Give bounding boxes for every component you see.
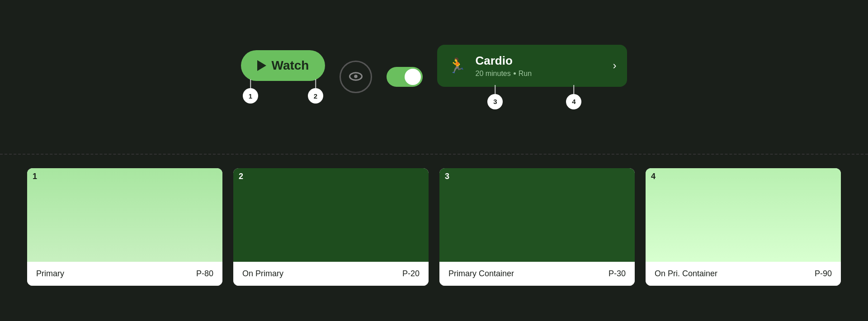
color-card-2: 2On PrimaryP-20 [233,168,429,286]
color-label-2: On Primary [242,269,283,279]
color-code-2: P-20 [402,269,420,279]
eye-icon [348,68,364,86]
toggle-switch[interactable] [387,67,423,87]
color-label-1: Primary [36,269,64,279]
cardio-type: Run [519,70,532,78]
play-icon [257,60,266,71]
card-number-4: 4 [651,172,656,181]
card-number-2: 2 [239,172,243,181]
color-label-row-1: PrimaryP-80 [27,262,222,286]
watch-indicators: 1 2 [243,88,323,104]
indicator-2: 2 [308,88,323,104]
runner-icon: 🏃 [448,58,466,73]
cardio-title: Cardio [475,54,604,68]
color-label-4: On Pri. Container [655,269,717,279]
color-swatch-4 [646,168,841,262]
bottom-section: 1PrimaryP-802On PrimaryP-203Primary Cont… [0,155,868,321]
color-card-4: 4On Pri. ContainerP-90 [646,168,841,286]
cardio-sub: 20 minutes Run [475,70,604,78]
top-interactive: Watch 1 2 [0,45,868,109]
indicator-3: 3 [487,94,503,109]
color-code-4: P-90 [815,269,832,279]
toggle-thumb [405,69,421,85]
top-section: Watch 1 2 [0,0,868,154]
card-number-3: 3 [445,172,449,181]
dot-separator [514,72,516,75]
color-label-3: Primary Container [448,269,514,279]
watch-group: Watch 1 2 [241,50,326,104]
watch-label: Watch [272,58,309,73]
color-label-row-3: Primary ContainerP-30 [439,262,635,286]
svg-point-1 [354,75,358,78]
color-card-1: 1PrimaryP-80 [27,168,222,286]
eye-button[interactable] [340,61,372,93]
color-code-1: P-80 [196,269,213,279]
color-swatch-3 [439,168,635,262]
color-label-row-4: On Pri. ContainerP-90 [646,262,841,286]
color-swatch-2 [233,168,429,262]
color-label-row-2: On PrimaryP-20 [233,262,429,286]
chevron-right-icon: › [613,59,616,72]
indicator-4: 4 [566,94,581,109]
cardio-info: Cardio 20 minutes Run [475,54,604,78]
cardio-duration: 20 minutes [475,70,510,78]
watch-button[interactable]: Watch [241,50,326,81]
color-swatch-1 [27,168,222,262]
color-code-3: P-30 [609,269,626,279]
cardio-indicators: 3 4 [483,94,581,109]
card-number-1: 1 [33,172,37,181]
cardio-group: 🏃 Cardio 20 minutes Run › 3 4 [437,45,627,109]
indicator-1: 1 [243,88,258,104]
color-card-3: 3Primary ContainerP-30 [439,168,635,286]
cardio-card[interactable]: 🏃 Cardio 20 minutes Run › [437,45,627,87]
